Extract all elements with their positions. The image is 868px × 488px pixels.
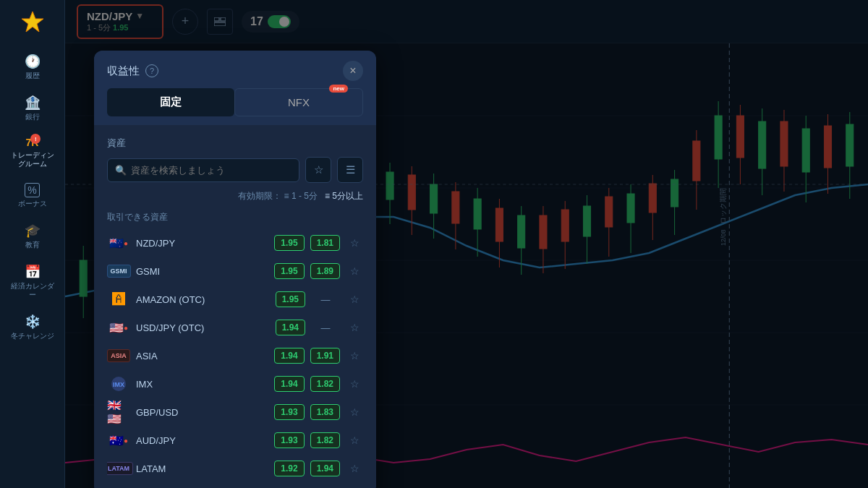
asset-row-usdjpy[interactable]: 🇺🇸● USD/JPY (OTC) 1.94 — ☆: [107, 314, 363, 342]
bonus-icon: %: [25, 183, 39, 197]
sidebar-logo[interactable]: [17, 7, 48, 39]
sidebar-label-education: 教育: [25, 241, 40, 249]
sidebar-label-bonus: ボーナス: [18, 200, 47, 208]
asset-row-nzdjpy[interactable]: 🇳🇿● NZD/JPY 1.95 1.81 ☆: [107, 229, 363, 257]
amazon-flag: 🅰: [107, 291, 130, 307]
sidebar-item-bonus[interactable]: % ボーナス: [4, 177, 61, 214]
nzdjpy-payout1: 1.95: [274, 235, 304, 251]
modal-overlay[interactable]: 収益性 ? × 固定 NFX new 資産: [65, 0, 868, 488]
education-icon: 🎓: [25, 223, 41, 239]
audjpy-favorite[interactable]: ☆: [346, 432, 363, 449]
usdjpy-favorite[interactable]: ☆: [346, 319, 363, 336]
asset-row-audjpy[interactable]: 🇦🇺● AUD/JPY 1.93 1.82 ☆: [107, 427, 363, 455]
amazon-payout2: —: [311, 294, 340, 305]
svg-text:IMX: IMX: [113, 381, 124, 388]
gbpusd-name: GBP/USD: [136, 407, 268, 418]
trading-icon-wrap: 7R !: [26, 136, 39, 149]
sidebar-item-bank[interactable]: 🏦 銀行: [4, 89, 61, 127]
search-icon: 🔍: [115, 165, 127, 176]
search-row: 🔍 ☆ ☰: [107, 157, 363, 183]
latam-name: LATAM: [136, 463, 268, 474]
asset-list-header: 取引できる資産: [107, 211, 363, 223]
usdjpy-name: USD/JPY (OTC): [136, 322, 270, 333]
expiry-row: 有効期限： ≡ 1 - 5分 ≡ 5分以上: [107, 190, 363, 202]
asset-row-amazon[interactable]: 🅰 AMAZON (OTC) 1.95 — ☆: [107, 286, 363, 314]
latam-payout2: 1.94: [310, 461, 340, 476]
asia-payout2: 1.91: [310, 348, 340, 364]
tab-row: 固定 NFX new: [94, 88, 376, 125]
asia-payout1: 1.94: [274, 348, 304, 364]
tab-nfx[interactable]: NFX new: [234, 88, 363, 116]
bank-icon: 🏦: [25, 95, 41, 111]
sidebar: 🕐 履歴 🏦 銀行 7R ! トレーディングルーム % ボーナス 🎓 教育 📅 …: [0, 0, 65, 488]
gsmi-payout1: 1.95: [274, 263, 304, 279]
asia-favorite[interactable]: ☆: [346, 347, 363, 364]
sidebar-item-challenge[interactable]: ❄️ 冬チャレンジ: [4, 308, 61, 346]
sidebar-item-history[interactable]: 🕐 履歴: [4, 48, 61, 86]
gsmi-favorite[interactable]: ☆: [346, 262, 363, 280]
gsmi-name: GSMI: [136, 266, 268, 277]
sidebar-label-challenge: 冬チャレンジ: [11, 332, 54, 341]
asia-name: ASIA: [136, 351, 268, 361]
modal-title: 収益性: [107, 64, 140, 78]
imx-favorite[interactable]: ☆: [346, 375, 363, 393]
asset-row-gsmi[interactable]: GSMI GSMI 1.95 1.89 ☆: [107, 257, 363, 286]
nzdjpy-flag: 🇳🇿●: [107, 235, 130, 251]
asset-row-gbpusd[interactable]: 🇬🇧🇺🇸 GBP/USD 1.93 1.83 ☆: [107, 398, 363, 427]
latam-favorite[interactable]: ☆: [346, 460, 363, 477]
gbpusd-flag: 🇬🇧🇺🇸: [107, 404, 130, 420]
imx-payout2: 1.82: [310, 376, 340, 392]
asset-section-label: 資産: [107, 137, 363, 150]
latam-flag: LATAM: [107, 461, 130, 476]
asset-list: 🇳🇿● NZD/JPY 1.95 1.81 ☆ GSMI GSMI 1.95 1: [107, 229, 363, 483]
nzdjpy-favorite[interactable]: ☆: [346, 234, 363, 252]
sidebar-label-history: 履歴: [25, 72, 40, 80]
gsmi-payout2: 1.89: [310, 263, 340, 279]
nfx-new-badge: new: [329, 85, 348, 93]
clock-icon: 🕐: [25, 53, 41, 69]
modal-title-row: 収益性 ?: [107, 64, 158, 78]
gbpusd-payout1: 1.93: [274, 404, 304, 420]
imx-payout1: 1.94: [274, 376, 304, 392]
sidebar-label-trading: トレーディングルーム: [9, 151, 56, 168]
asset-row-latam[interactable]: LATAM LATAM 1.92 1.94 ☆: [107, 455, 363, 483]
asia-flag: ASIA: [107, 348, 130, 364]
imx-name: IMX: [136, 379, 268, 390]
gbpusd-favorite[interactable]: ☆: [346, 403, 363, 421]
amazon-favorite[interactable]: ☆: [346, 291, 363, 308]
sidebar-label-calendar: 経済カレンダー: [9, 282, 56, 299]
gbpusd-payout2: 1.83: [310, 404, 340, 420]
tab-fixed[interactable]: 固定: [107, 88, 234, 116]
search-input[interactable]: [131, 159, 292, 181]
amazon-payout1: 1.95: [276, 291, 305, 307]
sidebar-item-education[interactable]: 🎓 教育: [4, 217, 61, 255]
gsmi-flag: GSMI: [107, 263, 130, 279]
svg-marker-0: [22, 12, 43, 32]
modal-body: 資産 🔍 ☆ ☰ 有効期限： ≡ 1 - 5分 ≡ 5分以上: [94, 125, 376, 488]
modal-close-button[interactable]: ×: [343, 61, 363, 81]
usdjpy-payout2: —: [311, 322, 340, 333]
help-button[interactable]: ?: [145, 64, 158, 77]
modal-header: 収益性 ? ×: [94, 51, 376, 88]
audjpy-payout2: 1.82: [310, 432, 340, 448]
audjpy-name: AUD/JPY: [136, 435, 268, 446]
nzdjpy-payout2: 1.81: [310, 235, 340, 251]
asset-row-imx[interactable]: IMX IMX 1.94 1.82 ☆: [107, 370, 363, 398]
latam-payout1: 1.92: [274, 461, 304, 476]
filter-button[interactable]: ☰: [337, 157, 363, 183]
challenge-icon: ❄️: [25, 314, 41, 330]
expiry-short: ≡ 1 - 5分: [284, 191, 318, 201]
asset-row-asia[interactable]: ASIA ASIA 1.94 1.91 ☆: [107, 342, 363, 370]
trading-notification-badge: !: [30, 134, 41, 144]
calendar-icon: 📅: [25, 264, 41, 280]
asset-selector-modal: 収益性 ? × 固定 NFX new 資産: [94, 51, 376, 488]
audjpy-flag: 🇦🇺●: [107, 432, 130, 448]
imx-flag: IMX: [107, 376, 130, 392]
sidebar-label-bank: 銀行: [25, 113, 40, 121]
expiry-label: 有効期限：: [238, 191, 281, 201]
usdjpy-payout1: 1.94: [276, 320, 305, 335]
sidebar-item-calendar[interactable]: 📅 経済カレンダー: [4, 258, 61, 305]
favorites-filter-button[interactable]: ☆: [305, 157, 331, 183]
amazon-name: AMAZON (OTC): [136, 294, 270, 305]
sidebar-item-trading[interactable]: 7R ! トレーディングルーム: [4, 130, 61, 174]
